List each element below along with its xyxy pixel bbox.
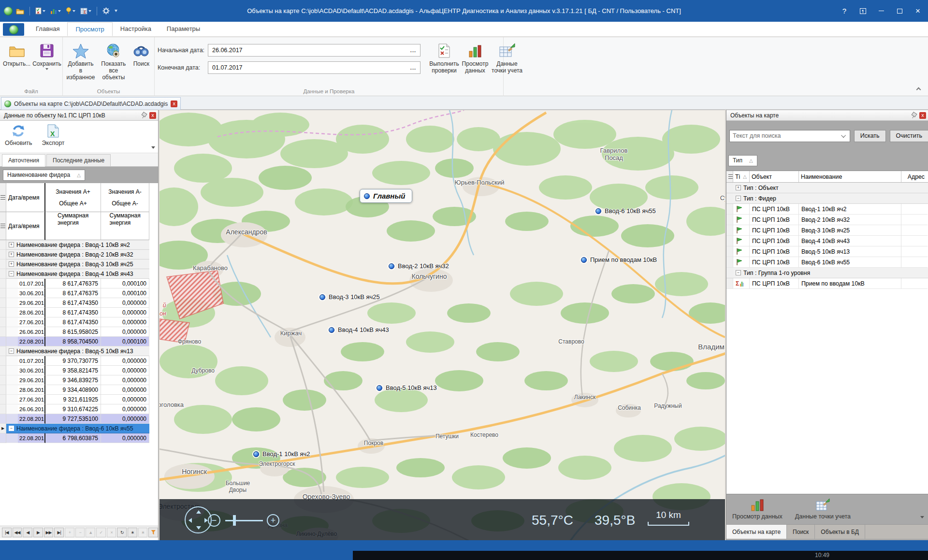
cell-date[interactable]: 28.06.201 — [18, 308, 45, 317]
add-favorite-button[interactable]: Добавить в избранное — [66, 39, 96, 81]
panel-tab-Объекты на карте[interactable]: Объекты на карте — [726, 525, 787, 539]
column-header-object[interactable]: Объект — [750, 171, 799, 182]
panel-tab-Поиск[interactable]: Поиск — [787, 525, 815, 539]
data-tab-Авточтения[interactable]: Авточтения — [2, 154, 45, 167]
cell-a-minus[interactable]: 0,000000 — [101, 298, 149, 308]
document-tab[interactable]: Объекты на карте C:\job\ACDAD\Default\AC… — [1, 97, 181, 110]
cell-date[interactable]: 01.07.201 — [18, 279, 45, 288]
type-group-row[interactable]: −Тип : Фидер — [726, 193, 928, 204]
cell-date[interactable]: 29.06.201 — [18, 298, 45, 308]
nav-prior-button[interactable]: ◀ — [23, 528, 32, 537]
feeder-group-row[interactable]: +Наименование фидера : Ввод-3 10кВ яч25 — [0, 259, 158, 269]
cell-date[interactable]: 26.06.201 — [18, 404, 45, 414]
column-header-a-plus[interactable]: Значения A+ Общее A+ — [45, 183, 101, 212]
cell-date[interactable]: 01.07.201 — [18, 356, 45, 366]
view-data-button[interactable]: Просмотр данных — [732, 497, 783, 520]
cell-date[interactable]: 27.06.201 — [18, 317, 45, 327]
column-header-name[interactable]: Наименование — [799, 171, 901, 182]
reading-row[interactable]: 29.06.2018 617,4743500,000000 — [0, 298, 158, 308]
type-group-row[interactable]: +Тип : Объект — [726, 183, 928, 193]
name-cell[interactable]: Ввод-6 10кВ яч55 — [799, 257, 901, 268]
reading-row[interactable]: 01.07.2018 617,4763750,000100 — [0, 279, 158, 288]
pan-up-icon[interactable] — [196, 510, 201, 514]
pin-panel-icon[interactable] — [911, 112, 917, 119]
name-cell[interactable]: Ввод-1 10кВ яч2 — [799, 204, 901, 215]
check-document-button[interactable] — [34, 6, 47, 15]
row-menu-icon[interactable] — [728, 174, 733, 179]
address-cell[interactable] — [901, 204, 928, 215]
reading-row[interactable]: 22.08.2016 798,6038750,000000 — [0, 433, 158, 443]
object-cell[interactable]: ПС ЦРП 10кВ — [750, 215, 799, 225]
map-object-row[interactable]: ПС ЦРП 10кВВвод-4 10кВ яч43 — [726, 236, 928, 246]
name-cell[interactable]: Ввод-3 10кВ яч25 — [799, 225, 901, 236]
group-band[interactable]: +Наименование фидера : Ввод-1 10кВ яч2 — [6, 240, 149, 250]
feeder-group-row[interactable]: −Наименование фидера : Ввод-4 10кВ яч43 — [0, 269, 158, 279]
cell-a-minus[interactable]: 0,000000 — [101, 433, 149, 443]
cell-a-minus[interactable]: 0,000000 — [101, 395, 149, 404]
cell-date[interactable]: 26.06.201 — [18, 327, 45, 337]
map-marker[interactable]: Ввод-3 10кВ яч25 — [319, 293, 380, 301]
cell-date[interactable]: 27.06.201 — [18, 395, 45, 404]
settings-button[interactable] — [101, 6, 111, 15]
reading-row[interactable]: 22.08.2018 958,7045000,000100 — [0, 337, 158, 346]
cell-a-minus[interactable]: 0,000000 — [101, 308, 149, 317]
cell-a-plus[interactable]: 9 358,821475 — [45, 366, 101, 375]
column-header-a-minus[interactable]: Значения A- Общее A- — [101, 183, 149, 212]
column-header-sum-energy-minus[interactable]: Суммарная энергия — [101, 212, 149, 240]
reading-row[interactable]: 27.06.2019 321,6119250,000000 — [0, 395, 158, 404]
group-band[interactable]: −Наименование фидера : Ввод-4 10кВ яч43 — [6, 269, 149, 279]
column-header-date-2[interactable]: Дата/время — [6, 212, 45, 240]
row-menu-icon[interactable] — [0, 195, 5, 200]
cell-date[interactable]: 30.06.201 — [18, 288, 45, 298]
cell-date[interactable]: 29.06.201 — [18, 375, 45, 385]
cell-a-plus[interactable]: 8 617,476375 — [45, 279, 101, 288]
group-band[interactable]: −Наименование фидера : Ввод-6 10кВ яч55 — [6, 424, 149, 433]
map-marker[interactable]: Ввод-4 10кВ яч43 — [329, 326, 389, 333]
cell-a-plus[interactable]: 8 617,474350 — [45, 298, 101, 308]
cell-a-minus[interactable]: 0,000000 — [101, 327, 149, 337]
map-marker[interactable]: Ввод-6 10кВ яч55 — [595, 207, 656, 215]
cell-a-minus[interactable]: 0,000000 — [101, 366, 149, 375]
column-header-date[interactable]: Дата/время — [6, 183, 45, 212]
cell-a-plus[interactable]: 9 310,674225 — [45, 404, 101, 414]
metering-point-data-button[interactable]: Данные точки учета — [490, 39, 524, 74]
chart-button[interactable] — [49, 7, 62, 15]
cell-a-minus[interactable]: 0,000000 — [101, 375, 149, 385]
address-cell[interactable] — [901, 225, 928, 236]
address-cell[interactable] — [901, 236, 928, 246]
metering-point-data-button[interactable]: Данные точки учета — [795, 497, 851, 520]
column-header-type[interactable]: Ті△ — [733, 171, 750, 182]
pin-panel-icon[interactable] — [141, 112, 147, 119]
toolbar-overflow-icon[interactable] — [151, 146, 155, 149]
cell-a-plus[interactable]: 8 617,474350 — [45, 308, 101, 317]
group-by-chip[interactable]: Наименование фидера △ — [3, 170, 85, 181]
cell-a-plus[interactable]: 9 321,611925 — [45, 395, 101, 404]
nav-bookmark-button[interactable]: ∗ — [128, 528, 137, 537]
reading-row[interactable]: 30.06.2019 358,8214750,000000 — [0, 366, 158, 375]
cell-a-plus[interactable]: 8 617,476375 — [45, 288, 101, 298]
collapse-icon[interactable]: − — [736, 270, 741, 275]
map-object-row[interactable]: ПС ЦРП 10кВВвод-5 10кВ яч13 — [726, 246, 928, 257]
search-button[interactable]: Искать — [854, 130, 886, 142]
pan-right-icon[interactable] — [204, 518, 208, 523]
cell-a-minus[interactable]: 0,000000 — [101, 414, 149, 424]
cell-a-minus[interactable]: 0,000000 — [101, 404, 149, 414]
cell-a-plus[interactable]: 9 334,408900 — [45, 385, 101, 395]
cell-date[interactable]: 22.08.201 — [18, 414, 45, 424]
cell-date[interactable]: 22.08.201 — [18, 337, 45, 346]
group-band[interactable]: −Тип : Группа 1-го уровня — [733, 268, 928, 278]
end-date-input[interactable]: 01.07.2017 ... — [208, 61, 420, 74]
expand-icon[interactable]: + — [736, 185, 741, 190]
close-button[interactable]: × — [909, 4, 927, 18]
collapse-icon[interactable]: − — [736, 196, 741, 201]
save-button[interactable]: Сохранить — [32, 39, 61, 70]
close-tab-icon[interactable]: x — [171, 101, 177, 107]
address-cell[interactable] — [901, 246, 928, 257]
map-marker[interactable]: Ввод-1 10кВ яч2 — [253, 450, 310, 458]
reading-row[interactable]: 01.07.2019 370,7307750,000000 — [0, 356, 158, 366]
feeder-group-row[interactable]: +Наименование фидера : Ввод-1 10кВ яч2 — [0, 240, 158, 250]
run-checks-button[interactable]: Выполнить проверки — [428, 39, 460, 74]
object-cell[interactable]: ПС ЦРП 10кВ — [750, 236, 799, 246]
nav-filter-button[interactable] — [148, 528, 158, 537]
ribbon-tab-Главная[interactable]: Главная — [28, 22, 67, 36]
